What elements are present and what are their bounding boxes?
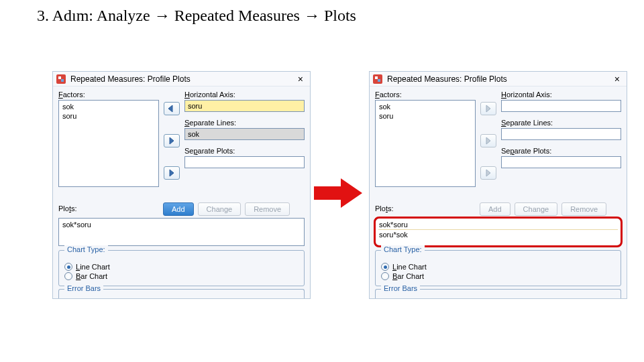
separate-plots-field[interactable]	[501, 156, 621, 168]
svg-rect-3	[61, 79, 64, 82]
move-to-separate-plots-button[interactable]	[480, 166, 496, 180]
titlebar: Repeated Measures: Profile Plots ×	[53, 72, 310, 86]
horizontal-axis-field[interactable]: soru	[184, 100, 305, 112]
add-button[interactable]: Add	[163, 202, 194, 216]
dialog-title: Repeated Measures: Profile Plots	[387, 74, 507, 84]
titlebar: Repeated Measures: Profile Plots ×	[370, 72, 627, 86]
separate-lines-field[interactable]: sok	[184, 128, 305, 140]
dialog-title: Repeated Measures: Profile Plots	[70, 74, 191, 84]
radio-icon	[381, 272, 389, 280]
error-bars-group-title: Error Bars	[64, 284, 103, 292]
svg-marker-0	[314, 178, 362, 208]
list-item[interactable]: sok	[378, 102, 472, 111]
list-item[interactable]: sok*soru	[62, 220, 301, 229]
bar-chart-radio[interactable]: Bar Chart	[381, 272, 615, 280]
line-chart-label: Line Chart	[76, 263, 110, 271]
error-bars-group: Error Bars	[375, 289, 621, 298]
separate-lines-label: Separate Lines:	[501, 119, 621, 127]
factors-listbox[interactable]: sok soru	[58, 100, 159, 187]
close-button[interactable]: ×	[612, 74, 623, 84]
chart-type-group: Chart Type: Line Chart Bar Chart	[375, 250, 621, 286]
radio-icon	[64, 263, 72, 271]
plots-label: Plots:	[58, 204, 159, 213]
horizontal-axis-label: Horizontal Axis:	[184, 90, 305, 99]
move-to-separate-plots-button[interactable]	[164, 166, 180, 180]
move-to-horizontal-axis-button[interactable]	[164, 102, 180, 115]
radio-icon	[381, 263, 389, 271]
radio-icon	[64, 272, 72, 280]
list-item[interactable]: sok*soru	[378, 220, 618, 230]
move-to-separate-lines-button[interactable]	[480, 134, 496, 147]
transition-arrow	[314, 178, 362, 208]
change-button: Change	[198, 202, 241, 216]
error-bars-group-title: Error Bars	[381, 284, 420, 292]
list-item[interactable]: soru	[62, 111, 156, 121]
chart-type-group-title: Chart Type:	[64, 245, 108, 253]
separate-lines-field[interactable]	[501, 128, 621, 140]
plots-listbox[interactable]: sok*soru soru*sok	[375, 218, 621, 246]
profile-plots-dialog-after: Repeated Measures: Profile Plots × Facto…	[369, 71, 627, 299]
svg-rect-6	[378, 79, 380, 82]
close-button[interactable]: ×	[295, 74, 306, 84]
factors-label: Factors:	[58, 90, 159, 99]
list-item[interactable]: soru*sok	[378, 230, 618, 239]
add-button: Add	[480, 202, 511, 216]
list-item[interactable]: soru	[378, 111, 472, 121]
remove-button: Remove	[245, 202, 290, 216]
svg-rect-2	[58, 76, 61, 79]
horizontal-axis-field[interactable]	[501, 100, 621, 112]
chart-type-group: Chart Type: Line Chart Bar Chart	[58, 250, 305, 286]
svg-rect-5	[375, 76, 378, 79]
horizontal-axis-label: Horizontal Axis:	[501, 90, 621, 99]
line-chart-radio[interactable]: Line Chart	[64, 263, 299, 271]
move-to-separate-lines-button[interactable]	[164, 134, 180, 147]
profile-plots-dialog-before: Repeated Measures: Profile Plots × Facto…	[52, 71, 311, 299]
bar-chart-label: Bar Chart	[76, 272, 107, 280]
spss-app-icon	[56, 74, 66, 84]
factors-listbox[interactable]: sok soru	[375, 100, 476, 187]
plots-label: Plots:	[375, 204, 476, 213]
separate-plots-field[interactable]	[184, 156, 305, 168]
separate-lines-label: Separate Lines:	[184, 119, 305, 127]
change-button: Change	[515, 202, 558, 216]
bar-chart-radio[interactable]: Bar Chart	[64, 272, 299, 280]
bar-chart-label: Bar Chart	[392, 272, 424, 280]
separate-plots-label: Separate Plots:	[501, 147, 621, 155]
list-item[interactable]: sok	[62, 102, 156, 111]
move-to-horizontal-axis-button[interactable]	[480, 102, 496, 115]
line-chart-label: Line Chart	[392, 263, 427, 271]
step-title: 3. Adım: Analyze → Repeated Measures → P…	[37, 7, 356, 25]
line-chart-radio[interactable]: Line Chart	[381, 263, 615, 271]
plots-listbox[interactable]: sok*soru	[58, 218, 305, 246]
error-bars-group: Error Bars	[58, 289, 305, 298]
factors-label: Factors:	[375, 90, 476, 99]
separate-plots-label: Separate Plots:	[184, 147, 305, 155]
remove-button: Remove	[561, 202, 606, 216]
spss-app-icon	[372, 74, 383, 84]
chart-type-group-title: Chart Type:	[381, 245, 425, 253]
